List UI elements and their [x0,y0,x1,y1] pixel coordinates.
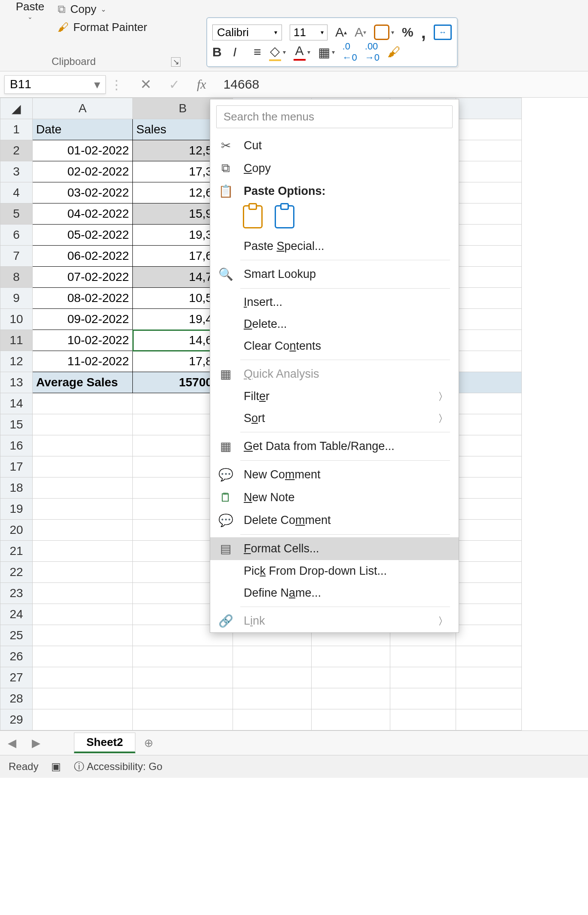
cell[interactable] [312,709,390,730]
cell[interactable] [33,393,133,414]
formula-value[interactable]: 14668 [224,77,259,92]
bold-icon[interactable]: B [212,45,225,59]
menu-copy[interactable]: ⧉ Copy [210,157,459,180]
cell[interactable] [133,688,233,709]
cell[interactable] [33,541,133,562]
cell[interactable] [233,709,312,730]
name-box[interactable]: B11 ▾ [4,75,106,94]
row-header[interactable]: 11 [0,330,33,351]
cell[interactable] [456,456,522,478]
tab-nav-prev-icon[interactable]: ◀ [0,736,24,750]
row-header[interactable]: 28 [0,688,33,709]
cancel-icon[interactable]: ✕ [140,76,152,92]
menu-smart-lookup[interactable]: 🔍 Smart Lookup [210,263,459,286]
copy-button[interactable]: ⧉ Copy ⌄ [58,0,147,18]
cell[interactable] [312,646,390,667]
cell[interactable] [456,583,522,604]
font-size-dropdown[interactable]: 11 ▾ [290,25,328,40]
font-color-icon[interactable]: A [294,43,310,61]
cell[interactable] [456,562,522,583]
row-header[interactable]: 16 [0,435,33,456]
decrease-font-icon[interactable]: A▾ [355,25,366,40]
cell[interactable]: 04-02-2022 [33,203,133,225]
row-header[interactable]: 2 [0,140,33,161]
cell[interactable] [456,688,522,709]
cell[interactable] [456,646,522,667]
cell[interactable] [233,646,312,667]
select-all-corner[interactable]: ◢ [0,98,33,119]
cell[interactable] [33,583,133,604]
sheet-tab-active[interactable]: Sheet2 [74,733,135,753]
cell[interactable] [456,393,522,414]
row-header[interactable]: 10 [0,309,33,330]
comma-icon[interactable]: , [421,23,426,42]
cell[interactable] [33,414,133,435]
cell[interactable] [33,625,133,646]
row-header[interactable]: 12 [0,351,33,372]
cell[interactable] [456,709,522,730]
cell[interactable] [233,667,312,688]
row-header[interactable]: 1 [0,119,33,140]
row-header[interactable]: 9 [0,288,33,309]
cell[interactable] [33,709,133,730]
align-icon[interactable]: ≡ [254,45,261,59]
decrease-decimal-icon[interactable]: .00→0 [365,41,380,63]
percent-icon[interactable]: % [402,25,413,40]
increase-font-icon[interactable]: A▴ [335,25,347,40]
menu-clear-contents[interactable]: Clear Contents [210,335,459,357]
cell[interactable] [312,667,390,688]
cell[interactable] [33,667,133,688]
cell[interactable] [456,435,522,456]
row-header[interactable]: 3 [0,161,33,182]
cell[interactable] [456,541,522,562]
cell[interactable] [33,604,133,625]
cell[interactable] [456,161,522,182]
row-header[interactable]: 22 [0,562,33,583]
cell[interactable] [456,520,522,541]
cell[interactable]: 09-02-2022 [33,309,133,330]
row-header[interactable]: 20 [0,520,33,541]
row-header[interactable]: 26 [0,646,33,667]
row-header[interactable]: 13 [0,372,33,393]
paste-option-match-dest-icon[interactable] [275,205,294,228]
cell[interactable] [456,625,522,646]
borders-icon[interactable]: ▦ [318,45,335,60]
cell[interactable] [133,709,233,730]
menu-sort[interactable]: Sort 〉 [210,407,459,429]
row-header[interactable]: 5 [0,203,33,225]
column-header-blank3[interactable] [456,98,522,119]
cell[interactable]: 08-02-2022 [33,288,133,309]
menu-new-note[interactable]: 🗒 New Note [210,486,459,509]
row-header[interactable]: 18 [0,478,33,499]
cell[interactable] [133,667,233,688]
cell[interactable]: 05-02-2022 [33,225,133,246]
menu-delete[interactable]: Delete... [210,313,459,335]
menu-new-comment[interactable]: 💬 New Comment [210,463,459,486]
cell[interactable] [133,646,233,667]
cell[interactable] [456,351,522,372]
row-header[interactable]: 21 [0,541,33,562]
cell[interactable]: 11-02-2022 [33,351,133,372]
row-header[interactable]: 4 [0,182,33,203]
cell[interactable] [456,140,522,161]
row-header[interactable]: 29 [0,709,33,730]
cell[interactable] [456,182,522,203]
cell[interactable] [456,119,522,140]
cell[interactable]: Average Sales [33,372,133,393]
cell[interactable] [33,499,133,520]
column-header-A[interactable]: A [33,98,133,119]
cell[interactable] [456,414,522,435]
cell[interactable] [456,604,522,625]
cell[interactable] [456,225,522,246]
row-header[interactable]: 14 [0,393,33,414]
cell[interactable] [33,456,133,478]
menu-filter[interactable]: Filter 〉 [210,385,459,407]
new-sheet-icon[interactable]: ⊕ [144,736,153,750]
menu-delete-comment[interactable]: 💬 Delete Comment [210,509,459,532]
cell[interactable] [390,646,456,667]
cell[interactable] [456,372,522,393]
cell[interactable] [456,309,522,330]
cell[interactable] [33,520,133,541]
cell[interactable]: 10-02-2022 [33,330,133,351]
cell[interactable] [33,562,133,583]
